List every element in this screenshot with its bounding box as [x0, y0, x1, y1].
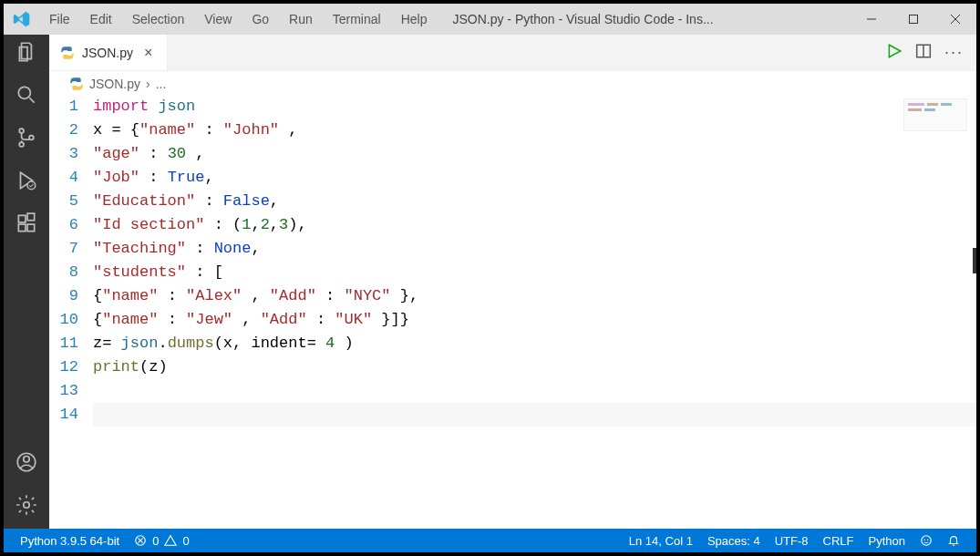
- svg-rect-7: [18, 224, 26, 232]
- vscode-window: FileEditSelectionViewGoRunTerminalHelp J…: [4, 4, 976, 552]
- menu-item-view[interactable]: View: [195, 8, 241, 30]
- menu-item-selection[interactable]: Selection: [123, 8, 194, 30]
- line-number: 2: [49, 118, 93, 142]
- status-eol[interactable]: CRLF: [816, 534, 861, 548]
- menu-item-edit[interactable]: Edit: [81, 8, 121, 30]
- line-number: 3: [49, 142, 93, 166]
- code-line[interactable]: 6"Id section" : (1,2,3),: [49, 213, 976, 237]
- status-cursor[interactable]: Ln 14, Col 1: [622, 534, 700, 548]
- window-title: JSON.py - Python - Visual Studio Code - …: [436, 12, 851, 26]
- svg-point-16: [924, 539, 925, 540]
- code-line[interactable]: 13: [49, 379, 976, 403]
- close-button[interactable]: [934, 4, 976, 35]
- code-line[interactable]: 14: [49, 403, 976, 427]
- status-bell-icon[interactable]: [940, 534, 967, 548]
- more-actions-icon[interactable]: ···: [944, 43, 964, 62]
- code-line[interactable]: 10{"name" : "Jew" , "Add" : "UK" }]}: [49, 308, 976, 332]
- tab-label: JSON.py: [82, 46, 133, 60]
- menu-item-go[interactable]: Go: [242, 8, 278, 30]
- line-number: 6: [49, 213, 93, 237]
- source-control-icon[interactable]: [15, 126, 38, 152]
- minimap[interactable]: [903, 98, 967, 131]
- account-icon[interactable]: [15, 450, 38, 477]
- warning-count: 0: [182, 534, 189, 548]
- code-line[interactable]: 8"students" : [: [49, 261, 976, 284]
- minimize-button[interactable]: [851, 4, 892, 35]
- line-text[interactable]: x = {"name" : "John" ,: [93, 118, 976, 142]
- line-text[interactable]: "Teaching" : None,: [93, 237, 976, 261]
- line-number: 9: [49, 284, 93, 308]
- code-line[interactable]: 11z= json.dumps(x, indent= 4 ): [49, 332, 976, 355]
- status-python-version[interactable]: Python 3.9.5 64-bit: [13, 534, 127, 548]
- scrollbar-marker[interactable]: [973, 248, 976, 273]
- line-number: 7: [49, 237, 93, 261]
- status-problems[interactable]: 0 0: [127, 534, 196, 548]
- code-line[interactable]: 12print(z): [49, 355, 976, 379]
- window-controls: [851, 4, 976, 35]
- line-text[interactable]: "Education" : False,: [93, 190, 976, 213]
- line-text[interactable]: import json: [93, 95, 976, 118]
- line-text[interactable]: [93, 403, 976, 427]
- search-icon[interactable]: [15, 83, 38, 109]
- line-number: 8: [49, 261, 93, 284]
- split-editor-icon[interactable]: [915, 43, 932, 62]
- menu-item-file[interactable]: File: [40, 8, 79, 30]
- breadcrumb[interactable]: JSON.py › ...: [49, 71, 976, 93]
- code-line[interactable]: 5"Education" : False,: [49, 190, 976, 213]
- close-tab-icon[interactable]: ×: [140, 45, 156, 61]
- explorer-icon[interactable]: [15, 40, 38, 67]
- svg-point-11: [24, 457, 30, 463]
- svg-point-2: [19, 129, 24, 133]
- line-text[interactable]: {"name" : "Jew" , "Add" : "UK" }]}: [93, 308, 976, 332]
- code-line[interactable]: 9{"name" : "Alex" , "Add" : "NYC" },: [49, 284, 976, 308]
- line-text[interactable]: print(z): [93, 355, 976, 379]
- menu-item-run[interactable]: Run: [280, 8, 322, 30]
- svg-rect-6: [18, 215, 26, 222]
- editor-viewport[interactable]: 1import json2x = {"name" : "John" ,3"age…: [49, 93, 976, 529]
- status-encoding[interactable]: UTF-8: [768, 534, 816, 548]
- line-number: 14: [49, 403, 93, 427]
- svg-point-17: [927, 539, 928, 540]
- code-line[interactable]: 3"age" : 30 ,: [49, 142, 976, 166]
- line-text[interactable]: "students" : [: [93, 261, 976, 284]
- code-line[interactable]: 2x = {"name" : "John" ,: [49, 118, 976, 142]
- svg-rect-8: [27, 224, 35, 232]
- status-bar: Python 3.9.5 64-bit 0 0 Ln 14, Col 1 Spa…: [4, 529, 976, 552]
- code-line[interactable]: 7"Teaching" : None,: [49, 237, 976, 261]
- editor-tabs: JSON.py × ···: [49, 35, 976, 71]
- maximize-button[interactable]: [892, 4, 934, 35]
- svg-point-3: [19, 142, 24, 147]
- run-file-icon[interactable]: [886, 43, 903, 62]
- line-text[interactable]: z= json.dumps(x, indent= 4 ): [93, 332, 976, 355]
- svg-point-1: [18, 87, 30, 98]
- run-debug-icon[interactable]: [15, 169, 38, 195]
- line-text[interactable]: "Job" : True,: [93, 166, 976, 190]
- svg-point-12: [24, 502, 30, 509]
- line-number: 10: [49, 308, 93, 332]
- line-number: 1: [49, 95, 93, 118]
- line-text[interactable]: {"name" : "Alex" , "Add" : "NYC" },: [93, 284, 976, 308]
- line-text[interactable]: "Id section" : (1,2,3),: [93, 213, 976, 237]
- extensions-icon[interactable]: [15, 211, 38, 238]
- line-number: 12: [49, 355, 93, 379]
- status-feedback-icon[interactable]: [913, 534, 940, 548]
- settings-gear-icon[interactable]: [15, 493, 38, 520]
- line-number: 4: [49, 166, 93, 190]
- python-file-icon: [69, 77, 84, 91]
- line-text[interactable]: "age" : 30 ,: [93, 142, 976, 166]
- menu-item-terminal[interactable]: Terminal: [324, 8, 390, 30]
- code-line[interactable]: 1import json: [49, 95, 976, 118]
- editor-tab[interactable]: JSON.py ×: [49, 35, 168, 70]
- title-bar: FileEditSelectionViewGoRunTerminalHelp J…: [4, 4, 976, 35]
- status-language[interactable]: Python: [861, 534, 913, 548]
- svg-rect-0: [910, 15, 918, 24]
- line-number: 13: [49, 379, 93, 403]
- code-content[interactable]: 1import json2x = {"name" : "John" ,3"age…: [49, 93, 976, 427]
- menu-item-help[interactable]: Help: [392, 8, 437, 30]
- status-spaces[interactable]: Spaces: 4: [700, 534, 768, 548]
- line-number: 5: [49, 190, 93, 213]
- editor-area: JSON.py × ··· JSON.py › ... 1import json…: [49, 35, 976, 529]
- line-text[interactable]: [93, 379, 976, 403]
- svg-point-15: [922, 536, 932, 546]
- code-line[interactable]: 4"Job" : True,: [49, 166, 976, 190]
